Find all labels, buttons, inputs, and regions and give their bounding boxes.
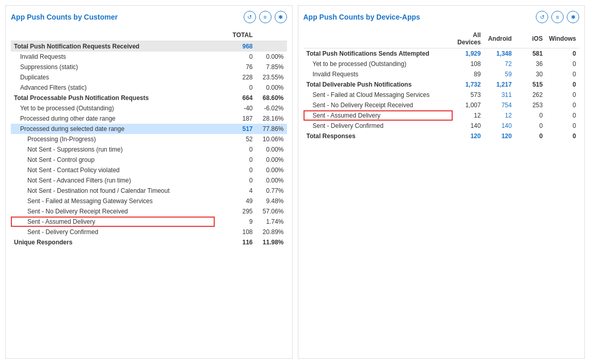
row-pct: 1.74% xyxy=(256,217,287,227)
table-row: Sent - No Delivery Receipt Received29557… xyxy=(11,206,287,217)
table-row: Invalid Requests00.00% xyxy=(11,52,287,62)
row-pct: 0.00% xyxy=(256,155,287,165)
row-label: Not Sent - Destination not found / Calen… xyxy=(11,186,215,196)
row-pct: 11.98% xyxy=(256,237,287,247)
row-pct: 77.86% xyxy=(256,124,287,134)
row-android: 12 xyxy=(484,110,515,121)
row-total: 228 xyxy=(215,72,256,82)
row-ios: 515 xyxy=(515,79,546,90)
table-row: Processed during other date range18728.1… xyxy=(11,113,287,124)
row-ios: 36 xyxy=(515,59,546,69)
row-ios: 581 xyxy=(515,48,546,59)
left-refresh-icon[interactable]: ↺ xyxy=(244,11,256,23)
row-android: 140 xyxy=(484,121,515,131)
row-total: 116 xyxy=(215,237,256,247)
row-total: 0 xyxy=(215,144,256,155)
row-windows: 0 xyxy=(546,90,579,100)
row-label: Total Deliverable Push Notifications xyxy=(304,79,453,90)
row-label: Not Sent - Advanced Filters (run time) xyxy=(11,175,215,186)
table-row: Duplicates22823.55% xyxy=(11,72,287,82)
row-windows: 0 xyxy=(546,48,579,59)
row-all-devices: 120 xyxy=(453,131,484,141)
row-label: Not Sent - Suppressions (run time) xyxy=(11,144,215,155)
row-ios: 253 xyxy=(515,100,546,110)
table-row: Yet to be processed (Outstanding)1087236… xyxy=(304,59,580,69)
table-row: Not Sent - Advanced Filters (run time)00… xyxy=(11,175,287,186)
row-total: 0 xyxy=(215,155,256,165)
right-col-android-header: Android xyxy=(484,29,515,48)
row-windows: 0 xyxy=(546,59,579,69)
row-ios: 30 xyxy=(515,69,546,79)
row-pct: 23.55% xyxy=(256,72,287,82)
table-row: Sent - Delivery Confirmed14014000 xyxy=(304,121,580,131)
left-col-label-header xyxy=(11,29,215,41)
left-panel: App Push Counts by Customer ↺ ≡ ✱ TOTAL … xyxy=(5,5,293,359)
row-all-devices: 12 xyxy=(453,110,484,121)
row-label: Invalid Requests xyxy=(304,69,453,79)
row-android: 754 xyxy=(484,100,515,110)
row-label: Total Push Notifications Sends Attempted xyxy=(304,48,453,59)
right-list-icon[interactable]: ≡ xyxy=(551,11,564,23)
row-total: 0 xyxy=(215,175,256,186)
row-pct: 9.48% xyxy=(256,196,287,206)
row-total: -40 xyxy=(215,103,256,113)
row-pct: 0.00% xyxy=(256,82,287,93)
row-all-devices: 1,732 xyxy=(453,79,484,90)
row-all-devices: 108 xyxy=(453,59,484,69)
row-total: 9 xyxy=(215,217,256,227)
left-list-icon[interactable]: ≡ xyxy=(259,11,272,23)
left-settings-icon[interactable]: ✱ xyxy=(275,11,287,23)
table-row: Unique Responders11611.98% xyxy=(11,237,287,247)
row-pct: 10.06% xyxy=(256,134,287,144)
table-row: Not Sent - Suppressions (run time)00.00% xyxy=(11,144,287,155)
right-col-label-header xyxy=(304,29,453,48)
table-row: Processing (In-Progress)5210.06% xyxy=(11,134,287,144)
row-total: 517 xyxy=(215,124,256,134)
left-col-total-header: TOTAL xyxy=(215,29,256,41)
row-total: 4 xyxy=(215,186,256,196)
row-ios: 262 xyxy=(515,90,546,100)
row-label: Processed during selected date range xyxy=(11,124,215,134)
row-label: Advanced Filters (static) xyxy=(11,82,215,93)
row-label: Sent - No Delivery Receipt Received xyxy=(11,206,215,217)
row-pct: 0.00% xyxy=(256,165,287,175)
right-col-windows-header: Windows xyxy=(546,29,579,48)
right-settings-icon[interactable]: ✱ xyxy=(567,11,579,23)
row-total: 0 xyxy=(215,52,256,62)
row-label: Invalid Requests xyxy=(11,52,215,62)
row-pct: 68.60% xyxy=(256,93,287,103)
right-panel-title: App Push Counts by Device-Apps xyxy=(304,13,420,21)
row-android: 72 xyxy=(484,59,515,69)
right-table: All Devices Android iOS Windows Total Pu… xyxy=(304,29,580,141)
row-pct: 28.16% xyxy=(256,113,287,124)
table-row: Sent - No Delivery Receipt Received1,007… xyxy=(304,100,580,110)
right-refresh-icon[interactable]: ↺ xyxy=(536,11,548,23)
row-label: Sent - No Delivery Receipt Received xyxy=(304,100,453,110)
table-row: Total Responses12012000 xyxy=(304,131,580,141)
row-label: Total Responses xyxy=(304,131,453,141)
left-col-pct-header xyxy=(256,29,287,41)
table-row: Not Sent - Destination not found / Calen… xyxy=(11,186,287,196)
row-total: 0 xyxy=(215,82,256,93)
right-panel-icons: ↺ ≡ ✱ xyxy=(536,11,579,23)
row-pct xyxy=(256,41,287,52)
right-col-ios-header: iOS xyxy=(515,29,546,48)
row-pct: 0.77% xyxy=(256,186,287,196)
table-row: Yet to be processed (Outstanding)-40-6.0… xyxy=(11,103,287,113)
row-all-devices: 1,929 xyxy=(453,48,484,59)
row-total: 108 xyxy=(215,227,256,237)
row-pct: 0.00% xyxy=(256,52,287,62)
table-row: Not Sent - Control group00.00% xyxy=(11,155,287,165)
row-total: 0 xyxy=(215,165,256,175)
row-ios: 0 xyxy=(515,131,546,141)
row-android: 120 xyxy=(484,131,515,141)
row-total: 52 xyxy=(215,134,256,144)
left-table: TOTAL Total Push Notification Requests R… xyxy=(11,29,287,247)
row-label: Total Processable Push Notification Requ… xyxy=(11,93,215,103)
row-pct: 0.00% xyxy=(256,144,287,155)
table-row: Sent - Assumed Delivery121200 xyxy=(304,110,580,121)
row-pct: 20.89% xyxy=(256,227,287,237)
row-label: Yet to be processed (Outstanding) xyxy=(304,59,453,69)
left-panel-icons: ↺ ≡ ✱ xyxy=(244,11,287,23)
row-android: 311 xyxy=(484,90,515,100)
